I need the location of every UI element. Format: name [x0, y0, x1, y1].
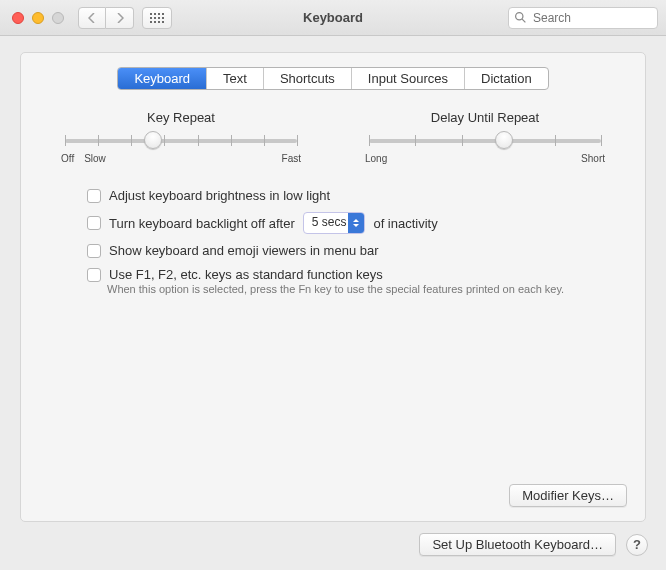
label-brightness: Adjust keyboard brightness in low light [109, 188, 330, 203]
svg-point-0 [516, 12, 523, 19]
label-backlight-suffix: of inactivity [373, 216, 437, 231]
checkbox-backlight-off[interactable] [87, 216, 101, 230]
chevron-left-icon [88, 13, 96, 23]
checkbox-fkeys[interactable] [87, 268, 101, 282]
slider-track-delay[interactable] [369, 139, 601, 143]
tab-shortcuts[interactable]: Shortcuts [264, 68, 352, 89]
nav-buttons [78, 7, 134, 29]
bottom-row-container: Set Up Bluetooth Keyboard… ? [0, 522, 666, 570]
slider-label-slow: Slow [84, 153, 106, 164]
back-button[interactable] [78, 7, 106, 29]
tab-keyboard[interactable]: Keyboard [118, 68, 207, 89]
select-backlight-timeout[interactable]: 5 secs [303, 212, 366, 234]
sliders-row: Key Repeat Off Slow Fast Delay Until Rep… [39, 110, 627, 178]
svg-line-1 [522, 19, 525, 22]
select-value: 5 secs [312, 215, 347, 229]
label-fkeys: Use F1, F2, etc. keys as standard functi… [109, 267, 383, 282]
checkbox-viewers[interactable] [87, 244, 101, 258]
options: Adjust keyboard brightness in low light … [87, 188, 627, 295]
slider-thumb[interactable] [144, 131, 162, 149]
minimize-icon[interactable] [32, 12, 44, 24]
slider-label-short: Short [581, 153, 605, 164]
search-wrap [508, 7, 658, 29]
slider-key-repeat: Key Repeat Off Slow Fast [59, 110, 303, 164]
zoom-icon [52, 12, 64, 24]
search-icon [514, 11, 527, 24]
slider-title: Key Repeat [59, 110, 303, 125]
window-controls [12, 12, 64, 24]
tab-dictation[interactable]: Dictation [465, 68, 548, 89]
slider-labels: Long Short [363, 153, 607, 164]
hint-fkeys: When this option is selected, press the … [107, 283, 627, 295]
modifier-keys-button[interactable]: Modifier Keys… [509, 484, 627, 507]
prefs-card: Keyboard Text Shortcuts Input Sources Di… [20, 52, 646, 522]
slider-delay: Delay Until Repeat Long Short [363, 110, 607, 164]
tab-input-sources[interactable]: Input Sources [352, 68, 465, 89]
checkbox-brightness[interactable] [87, 189, 101, 203]
titlebar: Keyboard [0, 0, 666, 36]
label-viewers: Show keyboard and emoji viewers in menu … [109, 243, 379, 258]
chevron-right-icon [116, 13, 124, 23]
search-input[interactable] [508, 7, 658, 29]
slider-title: Delay Until Repeat [363, 110, 607, 125]
show-all-button[interactable] [142, 7, 172, 29]
select-arrows-icon [348, 213, 364, 233]
forward-button[interactable] [106, 7, 134, 29]
label-backlight-prefix: Turn keyboard backlight off after [109, 216, 295, 231]
close-icon[interactable] [12, 12, 24, 24]
tab-text[interactable]: Text [207, 68, 264, 89]
slider-thumb[interactable] [495, 131, 513, 149]
window-title: Keyboard [303, 10, 363, 25]
grid-icon [150, 13, 164, 23]
tab-bar: Keyboard Text Shortcuts Input Sources Di… [39, 67, 627, 90]
slider-label-long: Long [365, 153, 387, 164]
setup-bluetooth-button[interactable]: Set Up Bluetooth Keyboard… [419, 533, 616, 556]
help-button[interactable]: ? [626, 534, 648, 556]
slider-labels: Off Slow Fast [59, 153, 303, 164]
slider-label-off: Off [61, 153, 74, 164]
slider-label-fast: Fast [282, 153, 301, 164]
slider-track-key-repeat[interactable] [65, 139, 297, 143]
